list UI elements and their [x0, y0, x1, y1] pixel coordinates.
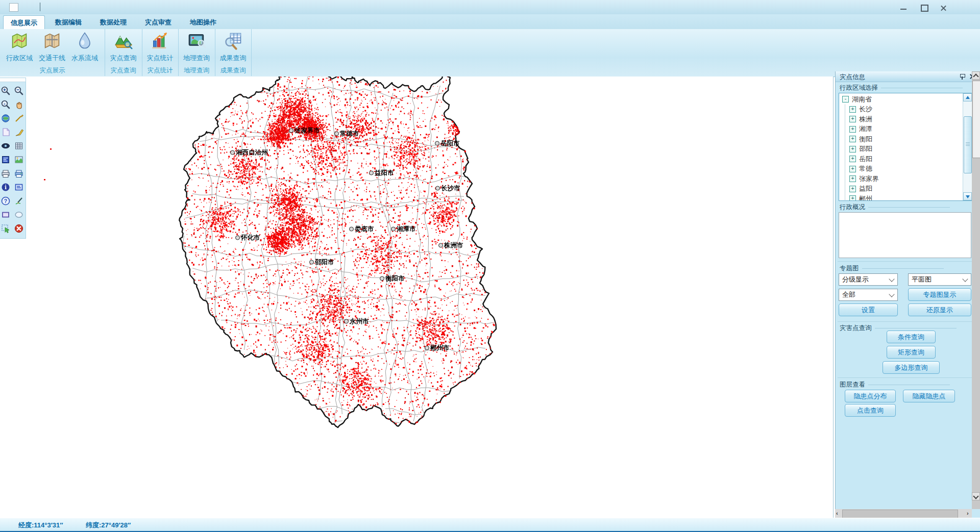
layer-button-隐藏隐患点[interactable]: 隐藏隐患点 — [903, 390, 955, 402]
expand-icon[interactable]: + — [849, 175, 856, 182]
disaster-info-panel: 灾点信息 行政区域选择 -湖南省+长沙+株洲+湘潭+衡阳+邵阳+岳阳+常德+张家… — [835, 71, 980, 518]
mountain-search-icon — [114, 31, 133, 50]
tree-node-益阳[interactable]: +益阳 — [845, 184, 962, 194]
ribbon-button-地理查询[interactable]: 地理查询 — [181, 30, 212, 63]
svg-text:?: ? — [4, 198, 7, 204]
scroll-right-arrow[interactable]: › — [967, 510, 971, 516]
map-viewport[interactable]: 张家界市常德市岳阳市湘西自治州益阳市长沙市娄底市湘潭市株洲市怀化市邵阳市衡阳市永… — [0, 77, 834, 518]
tree-node-衡阳[interactable]: +衡阳 — [845, 134, 962, 144]
ribbon-button-行政区域[interactable]: 行政区域 — [4, 30, 35, 63]
delete-cross-icon[interactable] — [13, 223, 24, 234]
tree-scrollbar[interactable] — [963, 93, 972, 200]
tab-5[interactable]: 地图操作 — [183, 15, 224, 29]
zoom-out-icon[interactable] — [13, 85, 24, 96]
tree-node-湘潭[interactable]: +湘潭 — [845, 124, 962, 135]
tree-node-岳阳[interactable]: +岳阳 — [845, 154, 962, 164]
expand-icon[interactable]: + — [849, 136, 856, 142]
tab-3[interactable]: 数据处理 — [93, 15, 134, 29]
tab-2[interactable]: 数据编辑 — [48, 15, 89, 29]
tree-node-张家界[interactable]: +张家界 — [845, 174, 962, 184]
all-select[interactable]: 全部 — [839, 289, 898, 301]
zoom-extents-icon[interactable]: ± — [0, 99, 11, 110]
layer-button-隐患点分布[interactable]: 隐患点分布 — [845, 390, 896, 402]
window-document-icon — [9, 3, 18, 12]
grade-display-select[interactable]: 分级显示 — [839, 273, 898, 286]
restore-display-button[interactable]: 还原显示 — [908, 303, 971, 316]
ribbon-button-交通干线[interactable]: 交通干线 — [37, 30, 67, 63]
layer-view-label: 图层查看 — [840, 381, 950, 389]
print-color-icon[interactable] — [13, 168, 24, 179]
overview-textarea[interactable] — [839, 212, 971, 258]
expand-icon[interactable]: + — [849, 186, 856, 192]
globe-icon[interactable] — [0, 113, 11, 124]
layer-button-点击查询[interactable]: 点击查询 — [845, 404, 896, 417]
ribbon-button-灾点查询[interactable]: 灾点查询 — [108, 30, 139, 63]
zoom-in-icon[interactable] — [0, 85, 11, 96]
longitude-readout: 经度:114°3′31″ — [18, 521, 63, 530]
tree-node-株洲[interactable]: +株洲 — [845, 114, 962, 124]
expand-icon[interactable]: + — [849, 166, 856, 172]
scroll-thumb[interactable] — [972, 81, 980, 158]
grid-table-icon[interactable] — [13, 140, 24, 151]
help-icon[interactable]: ? — [0, 195, 11, 207]
scroll-up-arrow[interactable] — [972, 71, 980, 80]
ribbon-group-caption: 灾点展示 — [0, 66, 105, 75]
plane-map-select[interactable]: 平面图 — [908, 273, 971, 286]
panel-horizontal-scrollbar[interactable]: ‹ › — [835, 509, 972, 518]
ribbon-group-4: 地理查询地理查询 — [178, 29, 215, 76]
sketch-pen-icon[interactable] — [13, 195, 24, 207]
query-button-矩形查询[interactable]: 矩形查询 — [887, 346, 936, 359]
scroll-down-arrow[interactable] — [972, 492, 980, 500]
expand-icon[interactable]: + — [849, 146, 856, 153]
panel-title: 灾点信息 — [840, 73, 865, 82]
map-canvas[interactable] — [0, 77, 833, 518]
tab-4[interactable]: 灾点审查 — [138, 15, 179, 29]
settings-button[interactable]: 设置 — [839, 303, 898, 316]
thematic-show-button[interactable]: 专题图显示 — [908, 288, 971, 301]
tree-node-长沙[interactable]: +长沙 — [845, 105, 962, 115]
close-button[interactable] — [936, 2, 951, 12]
expand-icon[interactable]: + — [849, 126, 856, 133]
ribbon-button-水系流域[interactable]: 水系流域 — [69, 30, 100, 63]
panel-vertical-scrollbar[interactable] — [972, 71, 980, 509]
info-icon[interactable]: i — [0, 182, 11, 193]
ribbon-button-成果查询[interactable]: 成果查询 — [218, 30, 249, 63]
tree-scroll-thumb[interactable] — [964, 116, 972, 173]
select-arrow-icon[interactable] — [0, 223, 11, 234]
tree-node-root[interactable]: -湖南省 — [839, 94, 962, 105]
tree-scroll-up[interactable] — [963, 93, 972, 102]
svg-text:±: ± — [4, 102, 6, 106]
ribbon-group-1: 行政区域交通干线水系流域灾点展示 — [0, 29, 105, 76]
tree-scroll-down[interactable] — [963, 192, 972, 200]
minimize-button[interactable] — [896, 2, 911, 12]
measure-line-icon[interactable] — [13, 113, 24, 124]
expand-icon[interactable]: + — [849, 156, 856, 162]
draw-rectangle-icon[interactable] — [0, 209, 11, 220]
eye-view-icon[interactable] — [0, 140, 11, 151]
legend-panel-icon[interactable] — [0, 154, 11, 165]
query-button-条件查询[interactable]: 条件查询 — [887, 331, 936, 343]
scroll-thumb[interactable] — [842, 510, 958, 518]
ribbon-button-灾点统计[interactable]: 灾点统计 — [145, 30, 176, 63]
palette-grip[interactable] — [0, 78, 26, 82]
pin-icon[interactable] — [959, 73, 965, 80]
printer-icon[interactable] — [0, 168, 11, 179]
expand-icon[interactable]: + — [849, 116, 856, 122]
tree-node-常德[interactable]: +常德 — [845, 164, 962, 174]
tree-node-邵阳[interactable]: +邵阳 — [845, 144, 962, 155]
maximize-button[interactable] — [916, 2, 932, 12]
brush-tool-icon[interactable] — [13, 126, 24, 138]
expand-icon[interactable]: + — [849, 106, 856, 113]
query-button-多边形查询[interactable]: 多边形查询 — [883, 361, 940, 374]
scroll-left-arrow[interactable]: ‹ — [836, 510, 840, 516]
expand-icon[interactable]: + — [849, 195, 856, 201]
window-panel-icon[interactable] — [13, 182, 24, 193]
pan-hand-icon[interactable] — [13, 99, 24, 110]
tree-node-郴州[interactable]: +郴州 — [845, 194, 962, 201]
tab-1[interactable]: 信息展示 — [3, 15, 45, 30]
collapse-icon[interactable]: - — [842, 96, 849, 103]
thematic-label: 专题图 — [840, 264, 944, 273]
clip-page-icon[interactable] — [0, 126, 11, 138]
image-view-icon[interactable] — [13, 154, 24, 165]
draw-ellipse-icon[interactable] — [13, 209, 24, 220]
